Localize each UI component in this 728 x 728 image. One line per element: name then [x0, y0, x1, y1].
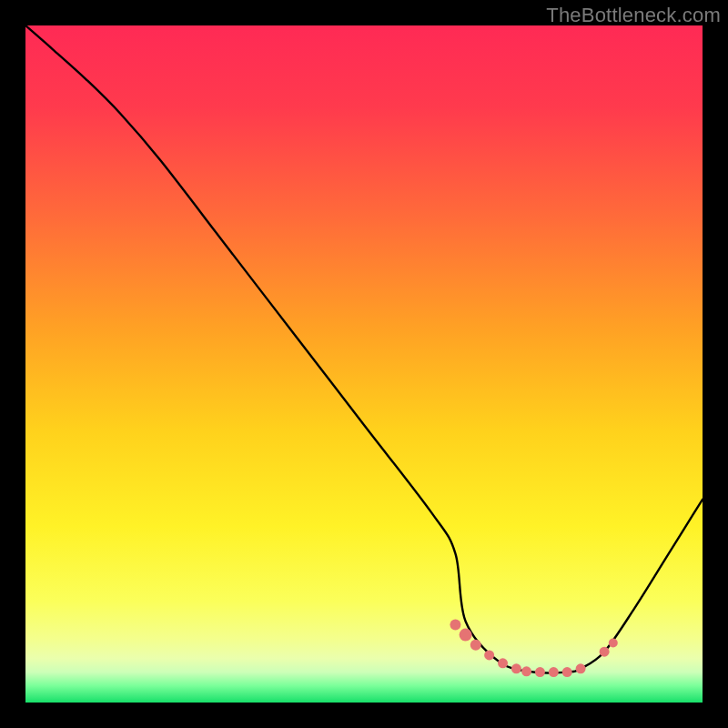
chart-container: TheBottleneck.com	[0, 0, 728, 728]
gradient-background	[25, 25, 703, 703]
watermark: TheBottleneck.com	[546, 4, 721, 27]
svg-rect-0	[25, 25, 703, 703]
plot-area	[25, 25, 703, 703]
